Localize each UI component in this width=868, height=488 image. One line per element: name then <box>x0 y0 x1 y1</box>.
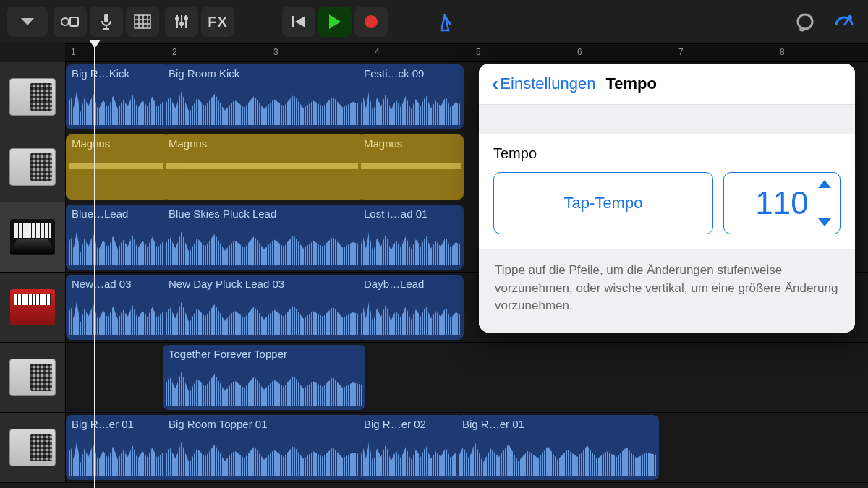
rewind-button[interactable] <box>282 7 315 37</box>
clip-label: Together Forever Topper <box>169 348 359 360</box>
clip-label: New…ad 03 <box>72 278 164 290</box>
waveform <box>166 83 362 125</box>
help-text: Tippe auf die Pfeile, um die Änderungen … <box>479 249 855 333</box>
svg-point-6 <box>184 16 188 20</box>
track-header[interactable] <box>0 202 66 272</box>
instrument-icon <box>10 219 55 255</box>
track-header[interactable] <box>0 413 66 482</box>
waveform <box>361 434 461 476</box>
audio-clip[interactable]: Magnus <box>358 134 464 200</box>
mixer-button[interactable] <box>165 7 198 37</box>
track-header[interactable] <box>0 273 66 342</box>
waveform <box>361 163 461 169</box>
clip-label: Magnus <box>364 137 458 150</box>
browser-dropdown-button[interactable] <box>7 7 48 37</box>
svg-point-0 <box>61 18 69 25</box>
tracks-view-button[interactable] <box>54 7 87 37</box>
back-label: Einstellungen <box>500 74 595 93</box>
clip-label: Blue Skies Pluck Lead <box>169 207 359 220</box>
waveform <box>166 364 362 406</box>
popover-spacer <box>479 105 855 134</box>
audio-clip[interactable]: Big Room Kick <box>163 64 365 129</box>
svg-rect-2 <box>104 14 109 22</box>
settings-button[interactable] <box>827 7 861 37</box>
waveform <box>69 434 167 476</box>
audio-clip[interactable]: Dayb…Lead <box>358 275 464 340</box>
instrument-icon <box>9 78 56 116</box>
clip-label: New Day Pluck Lead 03 <box>169 278 359 290</box>
clip-label: Big R…er 02 <box>364 418 458 430</box>
clip-label: Big R…er 01 <box>462 418 653 430</box>
ruler-mark: 6 <box>577 47 582 57</box>
svg-point-8 <box>365 15 378 28</box>
audio-clip[interactable]: Big R…er 01 <box>456 415 659 480</box>
track-row[interactable]: Big R…er 01Big Room Topper 01Big R…er 02… <box>0 413 868 483</box>
waveform <box>166 223 362 265</box>
audio-clip[interactable]: Big R…er 01 <box>66 415 170 480</box>
audio-clip[interactable]: Big R…er 02 <box>358 415 464 480</box>
metronome-button[interactable] <box>428 7 461 37</box>
audio-clip[interactable]: Blue…Lead <box>66 205 170 270</box>
mic-button[interactable] <box>90 7 123 37</box>
tempo-popover: ‹ Einstellungen Tempo Tempo Tap-Tempo 11… <box>479 64 855 333</box>
ruler-mark: 5 <box>476 47 481 57</box>
tap-tempo-button[interactable]: Tap-Tempo <box>493 172 713 234</box>
record-button[interactable] <box>354 7 388 37</box>
track-lane[interactable]: Big R…er 01Big Room Topper 01Big R…er 02… <box>66 413 868 482</box>
audio-clip[interactable]: Together Forever Topper <box>163 345 365 410</box>
playhead[interactable] <box>94 43 95 488</box>
waveform <box>69 163 167 169</box>
section-label: Tempo <box>493 145 841 162</box>
tempo-value: 110 <box>755 185 808 221</box>
toolbar: FX <box>0 0 868 43</box>
instrument-icon <box>9 429 56 466</box>
clip-label: Blue…Lead <box>72 207 164 220</box>
audio-clip[interactable]: Magnus <box>66 134 170 200</box>
waveform <box>166 163 362 169</box>
popover-title: Tempo <box>605 74 656 93</box>
tempo-down-arrow[interactable] <box>818 218 831 226</box>
waveform <box>361 223 461 265</box>
track-header[interactable] <box>0 132 66 202</box>
svg-point-9 <box>798 14 812 29</box>
play-button[interactable] <box>318 7 352 37</box>
audio-clip[interactable]: Festi…ck 09 <box>358 64 464 129</box>
clip-label: Magnus <box>72 137 164 150</box>
clip-label: Big R…er 01 <box>72 418 164 430</box>
audio-clip[interactable]: Blue Skies Pluck Lead <box>163 205 365 270</box>
clip-label: Magnus <box>169 137 359 150</box>
clip-label: Dayb…Lead <box>364 278 458 290</box>
clip-label: Festi…ck 09 <box>364 67 458 80</box>
waveform <box>361 83 461 125</box>
svg-point-5 <box>179 22 184 26</box>
chevron-left-icon: ‹ <box>492 74 498 94</box>
audio-clip[interactable]: New Day Pluck Lead 03 <box>163 275 365 340</box>
ruler-mark: 3 <box>273 47 278 57</box>
waveform <box>69 294 167 335</box>
audio-clip[interactable]: Big Room Topper 01 <box>163 415 365 480</box>
track-header[interactable] <box>0 343 66 412</box>
tempo-up-arrow[interactable] <box>818 180 831 188</box>
tempo-stepper[interactable]: 110 <box>723 172 841 234</box>
loop-button[interactable] <box>788 7 822 37</box>
svg-point-10 <box>848 15 852 20</box>
timeline-ruler[interactable]: 12345678 <box>65 43 868 62</box>
track-lane[interactable]: Together Forever Topper <box>66 343 868 412</box>
audio-clip[interactable]: Magnus <box>163 134 365 200</box>
audio-clip[interactable]: Lost i…ad 01 <box>358 205 464 270</box>
clip-label: Big R…Kick <box>72 67 164 80</box>
audio-clip[interactable]: New…ad 03 <box>66 275 170 340</box>
audio-clip[interactable]: Big R…Kick <box>66 64 170 129</box>
instrument-icon <box>10 289 55 325</box>
clip-label: Big Room Kick <box>169 67 359 80</box>
instrument-icon <box>9 148 56 186</box>
grid-button[interactable] <box>126 7 159 37</box>
back-button[interactable]: ‹ Einstellungen <box>492 74 595 94</box>
clip-label: Big Room Topper 01 <box>169 418 359 430</box>
track-header[interactable] <box>0 62 66 132</box>
track-row[interactable]: Together Forever Topper <box>0 343 868 413</box>
fx-button[interactable]: FX <box>201 7 234 37</box>
waveform <box>166 434 362 476</box>
svg-point-4 <box>175 17 179 21</box>
waveform <box>361 294 461 335</box>
